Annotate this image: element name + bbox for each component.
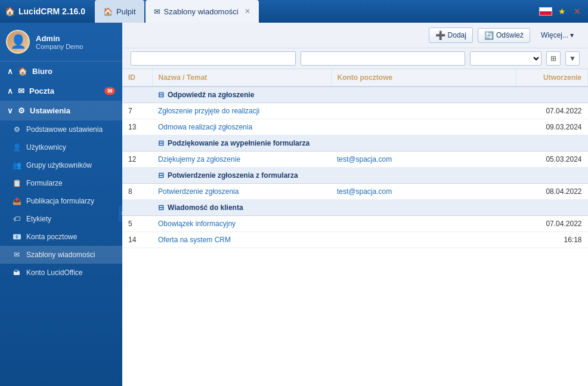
group-collapse-icon[interactable]: ⊟ xyxy=(158,91,164,99)
tab-pulpit[interactable]: 🏠 Pulpit xyxy=(95,0,144,23)
more-button[interactable]: Więcej... ▾ xyxy=(535,29,580,42)
table-row: 7 Zgłoszenie przyjęte do realizacji 07.0… xyxy=(122,103,588,119)
close-icon[interactable]: ✕ xyxy=(571,6,583,17)
cell-name: Potwierdzenie zgłoszenia xyxy=(152,184,331,200)
flag-icon xyxy=(539,7,552,16)
etykiety-label: Etykiety xyxy=(26,215,51,223)
data-table-container: ID Nazwa / Temat Konto pocztowe Utworzen… xyxy=(122,69,588,386)
filter-name-input2[interactable] xyxy=(301,51,466,66)
cell-email: test@spacja.com xyxy=(331,152,516,168)
table-row: 8 Potwierdzenie zgłoszenia test@spacja.c… xyxy=(122,184,588,200)
email-badge: ✉ xyxy=(104,87,115,95)
cell-name: Odmowa realizacji zgłoszenia xyxy=(152,119,331,135)
col-header-id: ID xyxy=(122,69,152,87)
sidebar-item-konta[interactable]: 📧 Konta pocztowe xyxy=(0,228,122,246)
lucidoffice-label: Konto LucidOffice xyxy=(26,268,83,277)
table-row: 13 Odmowa realizacji zgłoszenia 09.03.20… xyxy=(122,119,588,135)
table-row: 5 Obowiązek informacyjny 07.04.2022 xyxy=(122,216,588,232)
sidebar-item-etykiety[interactable]: 🏷 Etykiety xyxy=(0,210,122,228)
group-collapse-icon[interactable]: ⊟ xyxy=(158,203,164,212)
sidebar-item-podstawowe[interactable]: ⚙ Podstawowe ustawienia xyxy=(0,121,122,138)
email-link[interactable]: test@spacja.com xyxy=(337,187,392,196)
form-icon: 📋 xyxy=(12,179,21,187)
row-link[interactable]: Obowiązek informacyjny xyxy=(158,220,236,228)
sidebar-item-publikacja[interactable]: 📤 Publikacja formularzy xyxy=(0,192,122,210)
template-icon: ✉ xyxy=(12,251,21,259)
table-row: 14 Oferta na system CRM 16:18 xyxy=(122,232,588,248)
sidebar-item-uzytkownicy[interactable]: 👤 Użytkownicy xyxy=(0,138,122,156)
more-label: Więcej... xyxy=(541,31,568,39)
cell-id: 5 xyxy=(122,216,152,232)
sidebar-item-poczta[interactable]: ∧ ✉ Poczta ✉ xyxy=(0,81,122,101)
add-label: Dodaj xyxy=(448,31,466,39)
sidebar-collapse-button[interactable]: › xyxy=(117,205,122,223)
app-logo: 🏠 LucidCRM 2.16.0 xyxy=(5,7,85,16)
sidebar-item-biuro[interactable]: ∧ 🏠 Biuro xyxy=(0,61,122,81)
publikacja-label: Publikacja formularzy xyxy=(26,197,94,205)
tab-close-icon[interactable]: ✕ xyxy=(245,7,250,16)
tab-pulpit-label: Pulpit xyxy=(116,7,136,16)
biuro-icon: 🏠 xyxy=(18,67,27,76)
cell-name: Oferta na system CRM xyxy=(152,232,331,248)
col-header-date: Utworzenie xyxy=(516,69,588,87)
chevron-up-icon: ∧ xyxy=(7,87,13,95)
filter-funnel-icon[interactable]: ▼ xyxy=(565,51,580,66)
star-icon[interactable]: ★ xyxy=(556,6,568,17)
refresh-icon: 🔄 xyxy=(484,31,494,40)
row-link[interactable]: Odmowa realizacji zgłoszenia xyxy=(158,123,252,131)
mail-icon: 📧 xyxy=(12,233,21,241)
avatar-image: 👤 xyxy=(7,31,29,53)
sidebar: 👤 Admin Company Demo ∧ 🏠 Biuro ∧ ✉ Poczt… xyxy=(0,23,122,386)
app-title: LucidCRM 2.16.0 xyxy=(18,7,85,16)
row-link[interactable]: Potwierdzenie zgłoszenia xyxy=(158,187,239,196)
main-layout: 👤 Admin Company Demo ∧ 🏠 Biuro ∧ ✉ Poczt… xyxy=(0,23,588,386)
sidebar-item-lucidoffice[interactable]: 🏔 Konto LucidOffice xyxy=(0,264,122,282)
row-link[interactable]: Zgłoszenie przyjęte do realizacji xyxy=(158,107,259,115)
group-collapse-icon[interactable]: ⊟ xyxy=(158,139,164,147)
cell-email xyxy=(331,216,516,232)
konta-label: Konta pocztowe xyxy=(26,233,77,241)
refresh-label: Odśwież xyxy=(496,31,524,39)
add-button[interactable]: ➕ Dodaj xyxy=(429,27,473,43)
tab-szablony[interactable]: ✉ Szablony wiadomości ✕ xyxy=(146,0,259,23)
settings-icon: ⚙ xyxy=(12,125,21,134)
filter-select[interactable] xyxy=(470,51,541,66)
user-info: Admin Company Demo xyxy=(36,34,83,50)
user-name: Admin xyxy=(36,34,83,43)
avatar: 👤 xyxy=(6,30,30,54)
filter-grid-icon[interactable]: ⊞ xyxy=(546,51,561,66)
refresh-button[interactable]: 🔄 Odśwież xyxy=(478,28,530,43)
tabs-area: 🏠 Pulpit ✉ Szablony wiadomości ✕ xyxy=(95,0,259,23)
cell-id: 8 xyxy=(122,184,152,200)
cell-date: 16:18 xyxy=(516,232,588,248)
cell-id: 7 xyxy=(122,103,152,119)
row-link[interactable]: Dziękujemy za zgłoszenie xyxy=(158,155,240,163)
sidebar-item-szablony[interactable]: ✉ Szablony wiadomości xyxy=(0,246,122,264)
poczta-label: Poczta xyxy=(29,87,54,95)
col-header-name: Nazwa / Temat xyxy=(152,69,331,87)
top-bar: 🏠 LucidCRM 2.16.0 🏠 Pulpit ✉ Szablony wi… xyxy=(0,0,588,23)
sidebar-item-formularze[interactable]: 📋 Formularze xyxy=(0,174,122,192)
data-table: ID Nazwa / Temat Konto pocztowe Utworzen… xyxy=(122,69,588,248)
email-link[interactable]: test@spacja.com xyxy=(337,155,392,163)
group-collapse-icon[interactable]: ⊟ xyxy=(158,171,164,180)
home-icon: 🏠 xyxy=(5,7,15,16)
row-link[interactable]: Oferta na system CRM xyxy=(158,236,231,244)
filter-row: ⊞ ▼ xyxy=(122,48,588,69)
chevron-down-icon: ▾ xyxy=(570,31,574,39)
publish-icon: 📤 xyxy=(12,197,21,205)
users-icon: 👥 xyxy=(12,161,21,169)
pulpit-icon: 🏠 xyxy=(103,7,113,16)
office-icon: 🏔 xyxy=(12,268,21,277)
cell-name: Obowiązek informacyjny xyxy=(152,216,331,232)
sidebar-item-ustawienia[interactable]: ∨ ⚙ Ustawienia xyxy=(0,101,122,121)
cell-id: 14 xyxy=(122,232,152,248)
table-group-row: ⊟Wiadomość do klienta xyxy=(122,200,588,216)
sidebar-item-grupy[interactable]: 👥 Grupy użytkowników xyxy=(0,156,122,174)
content-area: ➕ Dodaj 🔄 Odśwież Więcej... ▾ ⊞ ▼ xyxy=(122,23,588,386)
table-group-row: ⊟Podziękowanie za wypełnienie formularza xyxy=(122,135,588,152)
user-company: Company Demo xyxy=(36,43,83,50)
sidebar-nav: ∧ 🏠 Biuro ∧ ✉ Poczta ✉ ∨ ⚙ Ustawienia ⚙ … xyxy=(0,61,122,386)
cell-email xyxy=(331,119,516,135)
filter-name-input[interactable] xyxy=(131,51,296,66)
